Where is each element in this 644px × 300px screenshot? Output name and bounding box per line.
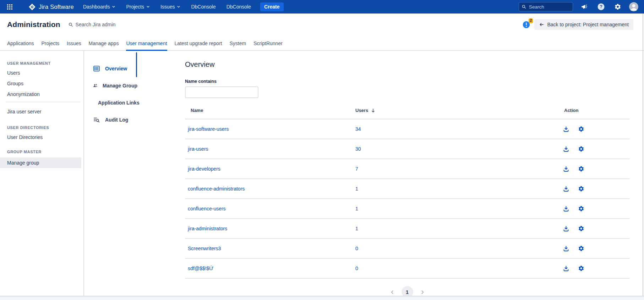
group-name-link[interactable]: Screenwriters3 [188, 246, 221, 251]
sort-desc-icon [371, 108, 376, 113]
group-users-count-link[interactable]: 1 [355, 206, 358, 211]
table-row: jira-software-users 34 [185, 119, 629, 139]
group-name-link[interactable]: confluence-administrators [188, 186, 245, 192]
export-group-button[interactable] [563, 146, 569, 152]
export-group-button[interactable] [563, 166, 569, 172]
download-icon [563, 245, 569, 252]
sidebar-item-groups[interactable]: Groups [0, 78, 83, 89]
group-name-link[interactable]: jira-users [188, 146, 208, 152]
group-settings-button[interactable] [578, 166, 584, 172]
export-group-button[interactable] [563, 225, 569, 232]
group-users-count-link[interactable]: 34 [355, 126, 361, 132]
sidebar-item-user-directories[interactable]: User Directories [0, 132, 83, 143]
group-users-count-link[interactable]: 30 [355, 146, 361, 152]
admin-tabs: Applications Projects Issues Manage apps… [0, 36, 644, 51]
group-name-link[interactable]: jira-software-users [188, 126, 229, 132]
logo-text: Jira Software [39, 4, 74, 10]
next-page-button[interactable] [420, 290, 425, 295]
export-group-button[interactable] [563, 186, 569, 192]
search-icon [69, 22, 73, 27]
column-header-action: Action [561, 103, 629, 119]
subnav-item-application-links[interactable]: Application Links [93, 94, 137, 111]
tab-latest-upgrade-report[interactable]: Latest upgrade report [175, 41, 222, 51]
audit-log-icon [93, 116, 100, 123]
help-button[interactable]: ? [596, 1, 606, 12]
subnav-item-audit-log[interactable]: Audit Log [93, 111, 137, 128]
avatar[interactable] [629, 2, 638, 11]
nav-dashboards-label: Dashboards [83, 4, 110, 10]
group-name-link[interactable]: confluence-users [188, 206, 226, 211]
navbar-right: ? [519, 1, 638, 12]
download-icon [563, 225, 569, 232]
tab-projects[interactable]: Projects [42, 41, 60, 51]
group-settings-button[interactable] [578, 186, 584, 192]
nav-dbconsole-1[interactable]: DbConsole [191, 4, 215, 10]
column-header-users-label: Users [355, 108, 368, 113]
nav-dashboards[interactable]: Dashboards [83, 4, 116, 10]
group-settings-button[interactable] [578, 265, 584, 272]
table-row: jira-developers 7 [185, 159, 629, 179]
subnav-item-label: Manage Group [103, 83, 137, 89]
main-content: Overview Name contains Name Users Ac [137, 51, 644, 296]
download-icon [563, 205, 569, 212]
sidebar-item-users[interactable]: Users [0, 68, 83, 78]
export-group-button[interactable] [563, 265, 569, 272]
filter-label: Name contains [185, 79, 629, 84]
notifications-button[interactable]: 2 [523, 21, 530, 28]
settings-button[interactable] [612, 1, 623, 12]
tab-scriptrunner[interactable]: ScriptRunner [253, 41, 283, 51]
nav-issues[interactable]: Issues [160, 4, 180, 10]
group-users-count-link[interactable]: 0 [355, 246, 358, 251]
table-row: confluence-administrators 1 [185, 179, 629, 199]
column-header-users[interactable]: Users [353, 103, 561, 119]
group-users-count-link[interactable]: 0 [355, 266, 358, 271]
nav-dbconsole-1-label: DbConsole [191, 4, 215, 10]
previous-page-button[interactable] [390, 290, 395, 295]
gear-icon [578, 205, 584, 212]
sidebar-divider [6, 102, 80, 102]
name-contains-input[interactable] [185, 86, 258, 98]
back-to-project-button[interactable]: Back to project: Project management [534, 19, 633, 30]
announcements-button[interactable] [579, 1, 590, 12]
tab-applications[interactable]: Applications [7, 41, 34, 51]
group-settings-button[interactable] [578, 146, 584, 152]
subnav-item-manage-group[interactable]: Manage Group [93, 77, 137, 94]
chevron-down-icon [177, 5, 180, 9]
subnav-item-overview[interactable]: Overview [93, 60, 137, 77]
page-body: USER MANAGEMENT Users Groups Anonymizati… [0, 51, 644, 296]
table-row: jira-users 30 [185, 139, 629, 159]
sidebar-item-jira-user-server[interactable]: Jira user server [0, 106, 83, 117]
jira-logo[interactable]: Jira Software [28, 3, 74, 11]
global-search-input[interactable] [529, 4, 570, 10]
download-icon [563, 126, 569, 133]
scrollbar[interactable] [643, 14, 643, 296]
group-name-link[interactable]: jira-developers [188, 166, 220, 172]
tab-issues[interactable]: Issues [67, 41, 81, 51]
download-icon [563, 146, 569, 152]
export-group-button[interactable] [563, 126, 569, 133]
sidebar-item-anonymization[interactable]: Anonymization [0, 89, 83, 100]
group-settings-button[interactable] [578, 225, 584, 232]
export-group-button[interactable] [563, 245, 569, 252]
group-settings-button[interactable] [578, 245, 584, 252]
group-settings-button[interactable] [578, 126, 584, 132]
download-icon [563, 186, 569, 192]
group-users-count-link[interactable]: 1 [355, 226, 358, 231]
create-button[interactable]: Create [260, 2, 284, 11]
export-group-button[interactable] [563, 205, 569, 212]
tab-user-management[interactable]: User management [126, 41, 167, 51]
group-settings-button[interactable] [578, 205, 584, 212]
nav-dbconsole-2[interactable]: DbConsole [227, 4, 251, 10]
nav-projects[interactable]: Projects [126, 4, 150, 10]
group-name-link[interactable]: jira-administrators [188, 226, 227, 231]
group-name-link[interactable]: sdf@$$!$Ứ [188, 266, 213, 271]
tab-system[interactable]: System [229, 41, 246, 51]
column-header-name[interactable]: Name [185, 103, 353, 119]
tab-manage-apps[interactable]: Manage apps [89, 41, 119, 51]
admin-search[interactable]: Search Jira admin [69, 22, 116, 27]
group-users-count-link[interactable]: 1 [355, 186, 358, 192]
app-switcher-button[interactable] [4, 1, 15, 12]
sidebar-item-manage-group[interactable]: Manage group [0, 157, 81, 168]
primary-nav: Dashboards Projects Issues DbConsole DbC… [83, 2, 284, 11]
group-users-count-link[interactable]: 7 [355, 166, 358, 172]
